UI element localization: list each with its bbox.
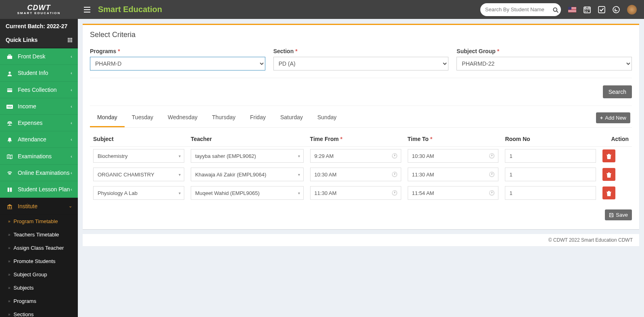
add-new-button[interactable]: + Add New [596, 112, 630, 123]
trash-icon [606, 171, 611, 177]
submenu-subject-group[interactable]: »Subject Group [0, 268, 78, 281]
menu-toggle-icon[interactable] [78, 6, 96, 13]
col-timeto: Time To * [404, 132, 502, 147]
sidebar: Current Batch: 2022-27 Quick Links Front… [0, 19, 78, 317]
teacher-select[interactable]: Khawaja Ali Zakir (EMPL9064) [191, 168, 304, 181]
svg-rect-10 [8, 55, 10, 56]
sidebar-item-fees-collection[interactable]: Fees Collection‹ [0, 82, 78, 98]
svg-rect-13 [7, 89, 12, 90]
programs-select[interactable]: PHARM-D [90, 57, 265, 70]
timeto-input[interactable]: 10:30 AM [408, 149, 499, 163]
submenu-sections[interactable]: »Sections [0, 308, 78, 317]
subject-select[interactable]: ORGANIC CHAMISTRY [93, 168, 184, 181]
svg-rect-4 [588, 9, 589, 10]
task-check-icon[interactable] [598, 6, 605, 13]
sidebar-item-institute[interactable]: Institute⌄ [0, 198, 78, 214]
sidebar-item-label: Institute [18, 203, 38, 209]
timetable-body: Biochemistry tayyba saher (EMPL9062) 9:2… [90, 147, 632, 203]
timetable-head: Subject Teacher Time From * Time To * Ro… [90, 132, 632, 147]
sidebar-menu: Front Desk‹Student Info‹Fees Collection‹… [0, 48, 78, 317]
svg-point-8 [613, 6, 619, 13]
chevron-right-icon: » [8, 312, 10, 317]
submenu-label: Assign Class Teacher [14, 245, 64, 251]
footer: © CDWT 2022 Smart Education CDWT [83, 234, 639, 246]
main-content: Select Criteria Programs * PHARM-D Secti… [78, 19, 644, 317]
delete-button[interactable] [602, 186, 615, 199]
user-avatar[interactable] [627, 5, 637, 15]
quick-links-label: Quick Links [6, 37, 38, 43]
tab-friday[interactable]: Friday [243, 108, 273, 127]
chevron-right-icon: » [8, 219, 10, 224]
submenu-subjects[interactable]: »Subjects [0, 281, 78, 294]
col-room: Room No [502, 132, 599, 147]
logo[interactable]: CDWT SMART EDUCATION [0, 4, 78, 15]
submenu-promote-students[interactable]: »Promote Students [0, 255, 78, 268]
timeto-input[interactable]: 11:30 AM [408, 168, 499, 181]
timefrom-input[interactable]: 11:30 AM [310, 186, 401, 200]
day-tabs: MondayTuesdayWednesdayThursdayFridaySatu… [90, 108, 632, 128]
submenu-programs[interactable]: »Programs [0, 294, 78, 308]
user-icon [6, 70, 14, 76]
tab-saturday[interactable]: Saturday [273, 108, 310, 127]
sidebar-item-examinations[interactable]: Examinations‹ [0, 148, 78, 164]
tab-thursday[interactable]: Thursday [205, 108, 243, 127]
delete-button[interactable] [602, 168, 615, 181]
teacher-select[interactable]: tayyba saher (EMPL9062) [191, 149, 304, 163]
subject-select[interactable]: Biochemistry [93, 149, 184, 163]
tab-wednesday[interactable]: Wednesday [160, 108, 205, 127]
svg-rect-3 [587, 9, 588, 10]
timeto-input[interactable]: 11:54 AM [408, 186, 499, 200]
sidebar-item-front-desk[interactable]: Front Desk‹ [0, 48, 78, 65]
chevron-right-icon: » [8, 259, 10, 263]
quick-links[interactable]: Quick Links [0, 33, 78, 48]
search-input[interactable] [485, 6, 553, 12]
card-icon [6, 87, 14, 93]
calendar-icon[interactable] [584, 6, 591, 13]
save-button[interactable]: Save [605, 209, 632, 220]
chevron-right-icon: » [8, 299, 10, 303]
map-icon [6, 153, 14, 159]
timefrom-input[interactable]: 9:29 AM [310, 149, 401, 163]
delete-button[interactable] [602, 149, 615, 162]
room-input[interactable] [505, 186, 596, 200]
chevron-left-icon: ‹ [71, 120, 72, 125]
submenu-assign-class-teacher[interactable]: »Assign Class Teacher [0, 241, 78, 255]
search-button[interactable]: Search [603, 85, 632, 98]
search-icon[interactable] [553, 6, 559, 12]
sidebar-item-label: Examinations [18, 153, 52, 160]
submenu-label: Program Timetable [14, 218, 58, 224]
student-search[interactable] [480, 3, 561, 16]
submenu-program-timetable[interactable]: »Program Timetable [0, 215, 78, 228]
sidebar-item-attendance[interactable]: Attendance‹ [0, 131, 78, 148]
sidebar-item-income[interactable]: VISAIncome‹ [0, 98, 78, 115]
whatsapp-icon[interactable] [613, 6, 620, 13]
submenu-teachers-timetable[interactable]: »Teachers Timetable [0, 228, 78, 241]
chevron-right-icon: » [8, 246, 10, 250]
plus-icon: + [600, 115, 603, 121]
flag-us-icon[interactable] [568, 7, 576, 12]
chevron-right-icon: » [8, 272, 10, 277]
criteria-panel: Select Criteria Programs * PHARM-D Secti… [83, 24, 639, 229]
sidebar-item-label: Income [18, 103, 36, 110]
teacher-select[interactable]: Muqeet Wahid (EMPL9065) [191, 186, 304, 200]
timefrom-input[interactable]: 10:30 AM [310, 168, 401, 181]
sidebar-item-online-examinations[interactable]: Online Examinations‹ [0, 165, 78, 181]
sidebar-item-label: Front Desk [18, 53, 45, 60]
col-action: Action [599, 132, 632, 147]
subjectgroup-select[interactable]: PHARMD-22 [456, 57, 632, 70]
room-input[interactable] [505, 168, 596, 181]
sidebar-item-student-lesson-plan[interactable]: Student Lesson Plan‹ [0, 181, 78, 198]
sidebar-item-expenses[interactable]: Expenses‹ [0, 115, 78, 131]
tab-monday[interactable]: Monday [90, 108, 125, 127]
sidebar-item-label: Student Lesson Plan [18, 186, 70, 193]
bank-icon [6, 203, 14, 209]
visa-icon: VISA [6, 103, 14, 110]
tab-tuesday[interactable]: Tuesday [125, 108, 160, 127]
save-icon [609, 213, 614, 218]
section-select[interactable]: PD (A) [273, 57, 449, 70]
tab-sunday[interactable]: Sunday [310, 108, 344, 127]
sidebar-item-label: Online Examinations [18, 170, 69, 176]
subject-select[interactable]: Physiology A Lab [93, 186, 184, 200]
room-input[interactable] [505, 149, 596, 163]
sidebar-item-student-info[interactable]: Student Info‹ [0, 65, 78, 81]
